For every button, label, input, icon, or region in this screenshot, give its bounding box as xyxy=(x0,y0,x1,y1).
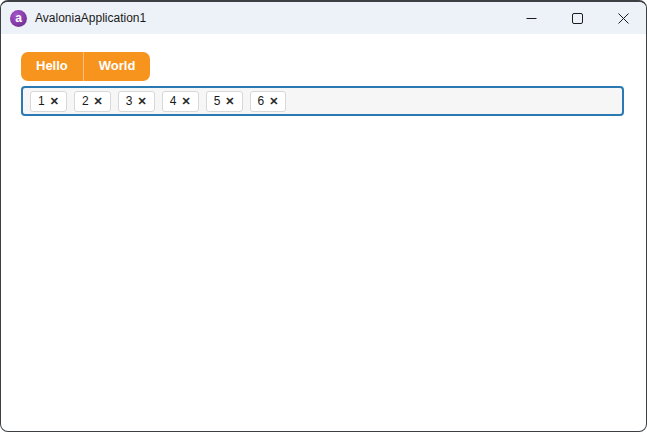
avalonia-logo-icon: a xyxy=(10,10,27,27)
chip-remove-icon[interactable]: ✕ xyxy=(138,96,147,107)
close-icon xyxy=(618,13,629,24)
maximize-button[interactable] xyxy=(554,2,600,34)
tab-label: Hello xyxy=(36,58,68,73)
chip-label: 3 xyxy=(126,95,133,107)
window-title: AvaloniaApplication1 xyxy=(35,11,146,25)
tab-strip: Hello World xyxy=(21,52,150,81)
chip: 3 ✕ xyxy=(118,91,155,112)
chip-label: 6 xyxy=(258,95,265,107)
chip-remove-icon[interactable]: ✕ xyxy=(181,96,190,107)
title-bar[interactable]: a AvaloniaApplication1 xyxy=(1,2,646,34)
chip-remove-icon[interactable]: ✕ xyxy=(50,96,59,107)
minimize-button[interactable] xyxy=(508,2,554,34)
chip-remove-icon[interactable]: ✕ xyxy=(225,96,234,107)
app-window: a AvaloniaApplication1 xyxy=(0,0,647,432)
chip: 6 ✕ xyxy=(250,91,287,112)
chip-input[interactable]: 1 ✕ 2 ✕ 3 ✕ 4 ✕ 5 xyxy=(21,86,624,116)
chip-label: 1 xyxy=(38,95,45,107)
tab-item[interactable]: Hello xyxy=(21,52,83,81)
caption-buttons xyxy=(508,2,646,34)
chip: 1 ✕ xyxy=(30,91,67,112)
chip: 4 ✕ xyxy=(162,91,199,112)
minimize-icon xyxy=(526,13,537,24)
chip-remove-icon[interactable]: ✕ xyxy=(269,96,278,107)
tab-item[interactable]: World xyxy=(83,52,151,81)
maximize-icon xyxy=(572,13,583,24)
chip-label: 5 xyxy=(214,95,221,107)
chip: 2 ✕ xyxy=(74,91,111,112)
tab-label: World xyxy=(99,58,136,73)
client-area: Hello World 1 ✕ 2 ✕ 3 xyxy=(1,34,646,116)
chip: 5 ✕ xyxy=(206,91,243,112)
chip-remove-icon[interactable]: ✕ xyxy=(94,96,103,107)
chip-label: 2 xyxy=(82,95,89,107)
chip-label: 4 xyxy=(170,95,177,107)
close-button[interactable] xyxy=(600,2,646,34)
